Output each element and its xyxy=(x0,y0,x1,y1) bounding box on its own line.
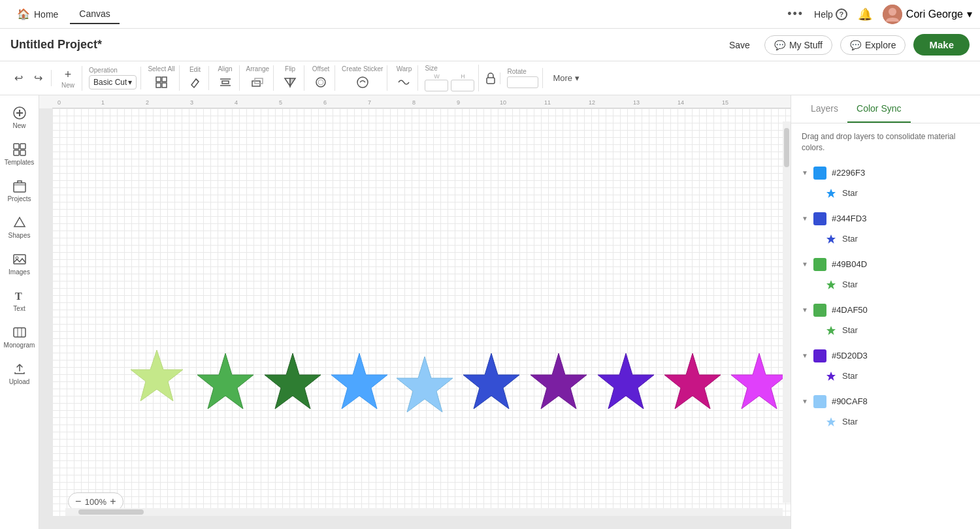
align-group: Align xyxy=(212,65,240,91)
select-all-label: Select All xyxy=(148,65,174,72)
offset-group: Offset xyxy=(307,65,335,91)
sidebar-left: New Templates Projects Shapes Images T T… xyxy=(0,95,39,529)
horizontal-scrollbar[interactable] xyxy=(65,508,783,516)
tab-layers[interactable]: Layers xyxy=(802,95,847,123)
sidebar-item-shapes[interactable]: Shapes xyxy=(3,210,37,244)
stars-canvas[interactable] xyxy=(52,108,791,516)
zoom-in-button[interactable]: + xyxy=(110,496,116,507)
color-child-3-1: Star xyxy=(825,275,970,295)
mystuff-button[interactable]: 💬 My Stuff xyxy=(764,35,832,55)
warp-button[interactable] xyxy=(394,74,414,91)
color-group-1-header[interactable]: ▼ #2296F3 xyxy=(802,163,970,184)
child-label-2-1: Star xyxy=(842,234,858,244)
svg-text:5: 5 xyxy=(279,99,282,106)
sidebar-item-images[interactable]: Images xyxy=(3,247,37,281)
star-5[interactable] xyxy=(397,357,453,412)
svg-text:4: 4 xyxy=(235,99,238,106)
help-icon: ? xyxy=(836,8,847,20)
color-group-6-header[interactable]: ▼ #90CAF8 xyxy=(802,391,970,412)
star-7[interactable] xyxy=(531,353,587,409)
svg-point-15 xyxy=(318,80,323,85)
star-8[interactable] xyxy=(598,353,654,409)
images-icon xyxy=(12,252,27,266)
redo-button[interactable]: ↪ xyxy=(29,70,47,86)
canvas-tab[interactable]: Canvas xyxy=(70,5,119,24)
sidebar-item-templates[interactable]: Templates xyxy=(3,137,37,171)
chevron-icon-4: ▼ xyxy=(802,306,808,313)
rotate-input[interactable] xyxy=(507,76,538,88)
color-children-1: Star xyxy=(802,184,970,203)
canvas-area[interactable]: 0 1 2 3 4 5 6 7 8 9 10 11 12 13 14 15 xyxy=(39,95,791,529)
help-button[interactable]: Help ? xyxy=(814,8,847,20)
flip-label: Flip xyxy=(285,65,295,72)
save-button[interactable]: Save xyxy=(723,36,757,54)
home-tab[interactable]: 🏠 Home xyxy=(8,4,67,24)
flip-button[interactable] xyxy=(280,74,300,91)
star-1[interactable] xyxy=(131,350,183,401)
undo-button[interactable]: ↩ xyxy=(9,70,27,86)
star-4[interactable] xyxy=(331,353,387,409)
color-child-6-1: Star xyxy=(825,412,970,432)
size-label: Size xyxy=(425,65,437,72)
more-button[interactable]: More ▾ xyxy=(549,71,582,85)
sidebar-item-new[interactable]: New xyxy=(3,101,37,135)
rotate-label: Rotate xyxy=(507,68,526,75)
arrange-button[interactable] xyxy=(248,74,267,91)
edit-button[interactable] xyxy=(186,74,204,90)
offset-button[interactable] xyxy=(311,74,331,91)
operation-dropdown[interactable]: Basic Cut ▾ xyxy=(89,75,137,89)
height-input[interactable] xyxy=(451,80,474,91)
user-menu[interactable]: Cori George ▾ xyxy=(883,5,972,24)
sidebar-item-text[interactable]: T Text xyxy=(3,283,37,317)
explore-label: Explore xyxy=(865,40,896,50)
star-10[interactable] xyxy=(731,353,787,409)
color-hex-4: #4DAF50 xyxy=(832,305,868,315)
chevron-icon-1: ▼ xyxy=(802,169,808,176)
child-label-4-1: Star xyxy=(842,325,858,335)
explore-button[interactable]: 💬 Explore xyxy=(840,35,906,55)
color-group-6: ▼ #90CAF8 Star xyxy=(802,391,970,432)
align-button[interactable] xyxy=(216,74,235,91)
sticker-button[interactable] xyxy=(353,74,372,91)
tab-color-sync[interactable]: Color Sync xyxy=(847,95,910,123)
sidebar-item-upload[interactable]: Upload xyxy=(3,357,37,391)
new-button[interactable]: + New xyxy=(58,66,78,91)
star-6[interactable] xyxy=(463,353,519,409)
sidebar-upload-label: Upload xyxy=(9,378,30,385)
notification-icon[interactable]: 🔔 xyxy=(858,7,872,22)
svg-text:1: 1 xyxy=(101,99,105,106)
svg-text:9: 9 xyxy=(457,99,460,106)
child-label-6-1: Star xyxy=(842,417,858,426)
svg-text:11: 11 xyxy=(544,99,551,106)
svg-marker-12 xyxy=(285,78,290,86)
svg-text:0: 0 xyxy=(57,99,61,106)
svg-marker-62 xyxy=(826,417,836,426)
horizontal-scrollbar-thumb[interactable] xyxy=(78,509,144,515)
color-group-3-header[interactable]: ▼ #49B04D xyxy=(802,254,970,275)
vertical-scrollbar[interactable] xyxy=(783,121,791,503)
monogram-icon xyxy=(12,325,27,340)
color-group-5-header[interactable]: ▼ #5D20D3 xyxy=(802,345,970,366)
star-3[interactable] xyxy=(265,353,321,409)
zoom-out-button[interactable]: − xyxy=(75,496,81,507)
color-group-2-header[interactable]: ▼ #344FD3 xyxy=(802,208,970,229)
rotate-group: Rotate xyxy=(503,68,543,88)
warp-label: Warp xyxy=(397,65,412,72)
sidebar-item-projects[interactable]: Projects xyxy=(3,174,37,208)
canvas-content[interactable]: 1 2 3 4 5 6 7 8 xyxy=(52,108,791,516)
star-9[interactable] xyxy=(664,353,721,409)
select-all-group: Select All xyxy=(144,65,179,91)
home-label: Home xyxy=(34,9,58,20)
make-button[interactable]: Make xyxy=(913,34,970,56)
width-input[interactable] xyxy=(425,80,448,91)
home-icon: 🏠 xyxy=(17,8,30,20)
color-group-4-header[interactable]: ▼ #4DAF50 xyxy=(802,300,970,321)
select-all-button[interactable] xyxy=(152,74,171,91)
sidebar-item-monogram[interactable]: Monogram xyxy=(3,320,37,354)
edit-group: Edit xyxy=(182,66,209,90)
more-options-button[interactable]: ••• xyxy=(787,7,804,21)
vertical-scrollbar-thumb[interactable] xyxy=(784,128,789,167)
star-2[interactable] xyxy=(197,353,253,409)
svg-rect-3 xyxy=(162,77,167,82)
color-child-4-1: Star xyxy=(825,321,970,340)
